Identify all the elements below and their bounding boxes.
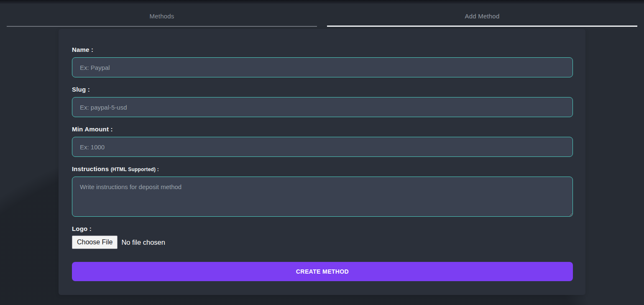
tab-methods[interactable]: Methods xyxy=(7,4,317,27)
name-input[interactable] xyxy=(72,57,573,77)
instructions-field-group: Instructions (HTML Supported) : xyxy=(72,165,573,217)
add-method-form-card: Name : Slug : Min Amount : Instructions … xyxy=(59,29,585,295)
logo-label: Logo : xyxy=(72,225,573,232)
slug-field-group: Slug : xyxy=(72,86,573,117)
create-method-button[interactable]: CREATE METHOD xyxy=(72,262,573,281)
tab-add-method[interactable]: Add Method xyxy=(327,4,637,27)
instructions-label: Instructions (HTML Supported) : xyxy=(72,165,573,172)
choose-file-button[interactable]: Choose File xyxy=(72,236,118,249)
min-amount-label: Min Amount : xyxy=(72,126,573,133)
tab-bar: Methods Add Method xyxy=(0,4,644,27)
instructions-label-note: (HTML Supported) : xyxy=(111,167,159,172)
min-amount-field-group: Min Amount : xyxy=(72,126,573,157)
logo-file-input: Choose File No file chosen xyxy=(72,236,573,249)
logo-field-group: Logo : Choose File No file chosen xyxy=(72,225,573,249)
file-chosen-status: No file chosen xyxy=(121,238,165,246)
instructions-textarea[interactable] xyxy=(72,177,573,217)
name-label: Name : xyxy=(72,46,573,53)
top-strip xyxy=(0,0,644,4)
min-amount-input[interactable] xyxy=(72,137,573,157)
name-field-group: Name : xyxy=(72,46,573,77)
instructions-label-main: Instructions xyxy=(72,165,109,172)
slug-label: Slug : xyxy=(72,86,573,93)
slug-input[interactable] xyxy=(72,97,573,117)
